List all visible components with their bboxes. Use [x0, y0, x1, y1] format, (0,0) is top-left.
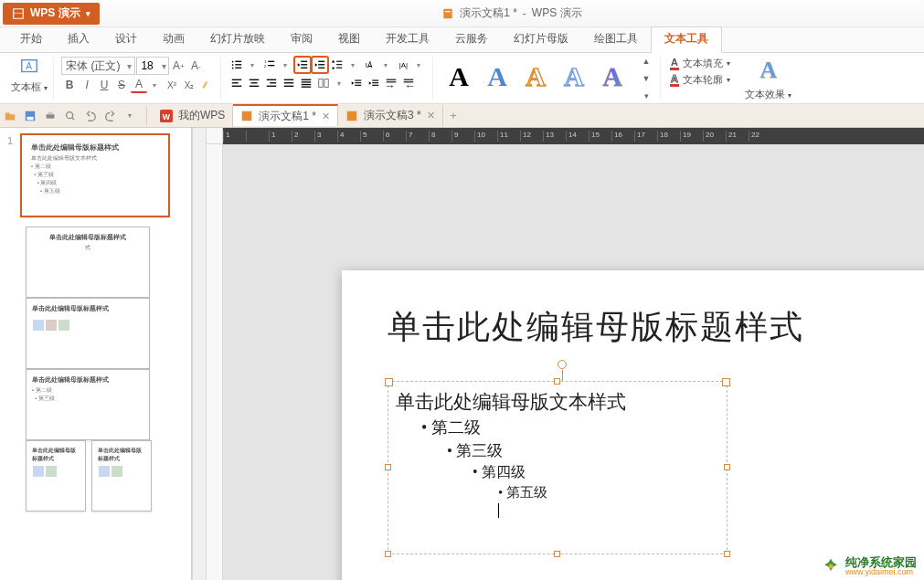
doctab-add[interactable]: ＋ — [443, 106, 463, 126]
increase-indent-button[interactable] — [312, 57, 328, 73]
tab-start[interactable]: 开始 — [7, 27, 55, 52]
font-color-dropdown[interactable] — [148, 77, 163, 93]
text-direction-dropdown[interactable] — [379, 57, 394, 73]
level-5-text[interactable]: • 第五级 — [498, 484, 719, 501]
ltr-button[interactable] — [383, 75, 399, 91]
slide-panel[interactable]: 1 单击此处编辑母版标题样式 单击此处编辑母版文本样式 • 第二级 • 第三级 … — [0, 128, 192, 580]
doctab-home[interactable]: W 我的WPS — [153, 105, 233, 127]
numbering-button[interactable]: 12 — [261, 57, 278, 73]
slide-canvas[interactable]: 单击此处编辑母版标题样式 单击此处编辑母版文本样式 • 第二级 • 第三级 • … — [342, 270, 924, 580]
bold-button[interactable]: B — [61, 77, 78, 93]
slide-thumb-1[interactable]: 单击此处编辑母版标题样式 单击此处编辑母版文本样式 • 第二级 • 第三级 • … — [20, 133, 170, 217]
strike-button[interactable]: S — [113, 77, 130, 93]
wordart-style-5[interactable]: A — [594, 61, 631, 96]
qa-save[interactable] — [20, 106, 40, 126]
align-center-button[interactable] — [246, 75, 262, 91]
bullets-button[interactable] — [228, 57, 245, 73]
qa-more[interactable] — [121, 106, 141, 126]
rtl-button[interactable] — [400, 75, 417, 91]
italic-button[interactable]: I — [79, 77, 95, 93]
wordart-style-4[interactable]: A — [556, 61, 592, 96]
level-2-text[interactable]: • 第二级 — [421, 417, 719, 438]
master-title-placeholder[interactable]: 单击此处编辑母版标题样式 — [388, 305, 924, 350]
text-outline-button[interactable]: A 文本轮廓 ▾ — [670, 73, 730, 87]
canvas[interactable]: 112345678910111213141516171819202122 单击此… — [207, 128, 924, 580]
tab-draw[interactable]: 绘图工具 — [581, 27, 651, 52]
doc-icon — [441, 7, 454, 20]
align-distribute-button[interactable] — [298, 75, 314, 91]
outline-scrollbar[interactable] — [192, 128, 207, 580]
wordart-style-3[interactable]: A — [517, 61, 554, 96]
numbering-dropdown[interactable] — [279, 57, 293, 73]
qa-open[interactable] — [0, 106, 20, 126]
qa-print[interactable] — [40, 106, 60, 126]
level-4-text[interactable]: • 第四级 — [473, 463, 719, 482]
tab-master[interactable]: 幻灯片母版 — [501, 27, 581, 52]
level-3-text[interactable]: • 第三级 — [447, 440, 719, 461]
textbox-icon[interactable]: A — [19, 57, 39, 77]
svg-rect-25 — [232, 79, 242, 80]
slide-thumb-5a[interactable]: 单击此处编辑母版标题样式 — [26, 440, 86, 511]
tab-dev[interactable]: 开发工具 — [373, 27, 442, 52]
svg-rect-21 — [336, 64, 342, 65]
bullets-dropdown[interactable] — [246, 57, 260, 73]
wordart-gallery-expand[interactable]: ▾ — [638, 88, 654, 104]
align-justify-button[interactable] — [281, 75, 297, 91]
tab-insert[interactable]: 插入 — [55, 27, 102, 52]
font-size-combo[interactable]: 18 — [136, 57, 169, 75]
line-spacing-button[interactable] — [329, 57, 345, 73]
tab-anim[interactable]: 动画 — [150, 27, 197, 52]
text-fill-button[interactable]: A 文本填充 ▾ — [670, 57, 730, 70]
wordart-style-2[interactable]: A — [479, 61, 515, 96]
doctab-2[interactable]: 演示文稿3 * ✕ — [338, 105, 443, 127]
tab-texttools[interactable]: 文本工具 — [651, 26, 722, 53]
slide-thumb-4[interactable]: 单击此处编辑母版标题样式 • 第二级 • 第三级 — [26, 369, 150, 440]
columns-button[interactable] — [315, 75, 332, 91]
align-text-button[interactable]: |A| — [395, 57, 411, 73]
tab-cloud[interactable]: 云服务 — [442, 27, 501, 52]
line-spacing-dropdown[interactable] — [346, 57, 361, 73]
subscript-button[interactable]: X₂ — [181, 77, 197, 93]
level-1-text[interactable]: 单击此处编辑母版文本样式 — [396, 389, 719, 415]
tab-review[interactable]: 审阅 — [278, 27, 325, 52]
master-body-placeholder[interactable]: 单击此处编辑母版文本样式 • 第二级 • 第三级 • 第四级 • 第五级 — [388, 381, 728, 554]
tab-design[interactable]: 设计 — [102, 27, 150, 52]
decrease-indent-button[interactable] — [294, 57, 311, 73]
align-right-button[interactable] — [263, 75, 280, 91]
doctab-1-close[interactable]: ✕ — [322, 111, 330, 122]
tab-view[interactable]: 视图 — [325, 27, 373, 52]
align-text-dropdown[interactable] — [412, 57, 427, 73]
wordart-style-1[interactable]: A — [441, 61, 477, 96]
slide-thumb-2[interactable]: 单击此处编辑母版标题样式 式 — [26, 227, 150, 298]
qa-redo[interactable] — [101, 106, 121, 126]
columns-dropdown[interactable] — [333, 75, 347, 91]
doctab-2-close[interactable]: ✕ — [427, 110, 435, 121]
svg-rect-50 — [387, 81, 397, 82]
slide-thumb-5b[interactable]: 单击此处编辑母版标题样式 — [91, 440, 152, 511]
text-effect-button[interactable]: 文本效果 ▾ — [745, 88, 791, 101]
rotate-handle-icon[interactable] — [558, 360, 567, 369]
clear-format-button[interactable] — [198, 77, 215, 93]
textbox-label[interactable]: 文本框 ▾ — [11, 80, 48, 94]
underline-button[interactable]: U — [96, 77, 112, 93]
slide-thumb-3[interactable]: 单击此处编辑母版标题样式 — [26, 298, 150, 369]
text-direction-button[interactable]: IА̂ — [362, 57, 378, 73]
shrink-font-button[interactable]: A- — [187, 58, 204, 74]
svg-rect-38 — [302, 81, 312, 82]
align-left-button[interactable] — [228, 75, 245, 91]
wordart-scroll-up[interactable]: ▲ — [638, 53, 654, 69]
qa-preview[interactable] — [60, 106, 80, 126]
svg-rect-30 — [250, 86, 260, 87]
font-name-combo[interactable]: 宋体 (正文) — [61, 57, 135, 75]
indent-left-button[interactable] — [348, 75, 365, 91]
tab-show[interactable]: 幻灯片放映 — [197, 27, 278, 52]
svg-rect-60 — [242, 111, 252, 121]
wordart-scroll-down[interactable]: ▼ — [638, 70, 654, 87]
doctab-1[interactable]: 演示文稿1 * ✕ — [233, 104, 338, 126]
superscript-button[interactable]: X² — [164, 77, 180, 93]
indent-right-button[interactable] — [366, 75, 382, 91]
app-menu-button[interactable]: WPS 演示 ▾ — [3, 3, 100, 25]
qa-undo[interactable] — [80, 106, 101, 126]
font-color-button[interactable]: A — [131, 77, 147, 93]
grow-font-button[interactable]: A+ — [170, 58, 186, 74]
